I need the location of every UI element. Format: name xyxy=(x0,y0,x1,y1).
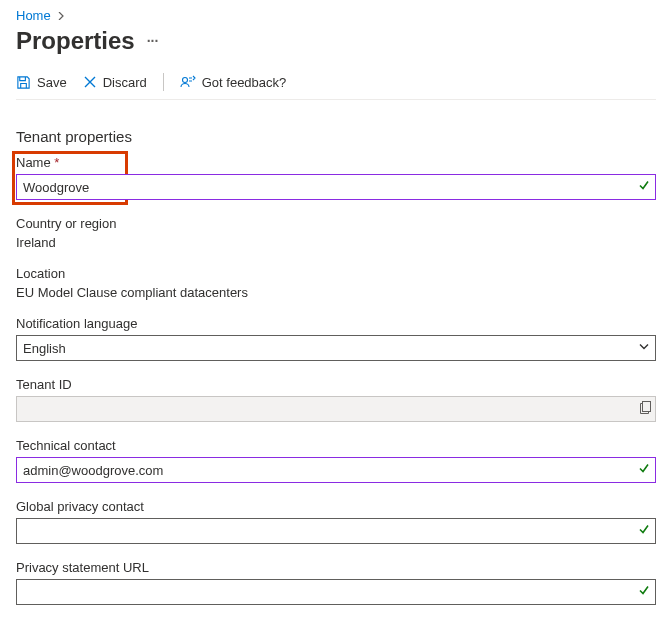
feedback-label: Got feedback? xyxy=(202,75,287,90)
page-title: Properties ··· xyxy=(16,27,656,55)
country-value: Ireland xyxy=(16,235,656,250)
technical-contact-input[interactable] xyxy=(16,457,656,483)
global-privacy-contact-input[interactable] xyxy=(16,518,656,544)
tenant-id-label: Tenant ID xyxy=(16,377,656,392)
name-label: Name * xyxy=(16,155,656,170)
breadcrumb: Home xyxy=(16,8,656,23)
notification-language-label: Notification language xyxy=(16,316,656,331)
location-value: EU Model Clause compliant datacenters xyxy=(16,285,656,300)
svg-rect-1 xyxy=(643,402,651,412)
discard-button[interactable]: Discard xyxy=(83,75,147,90)
save-button[interactable]: Save xyxy=(16,75,67,90)
toolbar-separator xyxy=(163,73,164,91)
save-label: Save xyxy=(37,75,67,90)
location-label: Location xyxy=(16,266,656,281)
feedback-icon xyxy=(180,75,196,89)
privacy-statement-url-label: Privacy statement URL xyxy=(16,560,656,575)
section-title: Tenant properties xyxy=(16,128,656,145)
svg-point-0 xyxy=(182,78,187,83)
country-label: Country or region xyxy=(16,216,656,231)
global-privacy-contact-label: Global privacy contact xyxy=(16,499,656,514)
technical-contact-label: Technical contact xyxy=(16,438,656,453)
save-icon xyxy=(16,75,31,90)
more-actions-icon[interactable]: ··· xyxy=(147,33,159,49)
page-title-text: Properties xyxy=(16,27,135,55)
notification-language-select[interactable] xyxy=(16,335,656,361)
privacy-statement-url-input[interactable] xyxy=(16,579,656,605)
toolbar: Save Discard Got feedback? xyxy=(16,73,656,100)
feedback-button[interactable]: Got feedback? xyxy=(180,75,287,90)
tenant-id-input xyxy=(16,396,656,422)
name-input[interactable] xyxy=(16,174,656,200)
chevron-right-icon xyxy=(57,8,65,23)
discard-label: Discard xyxy=(103,75,147,90)
close-icon xyxy=(83,75,97,89)
required-asterisk: * xyxy=(54,155,59,170)
breadcrumb-home[interactable]: Home xyxy=(16,8,51,23)
copy-icon[interactable] xyxy=(639,401,652,418)
